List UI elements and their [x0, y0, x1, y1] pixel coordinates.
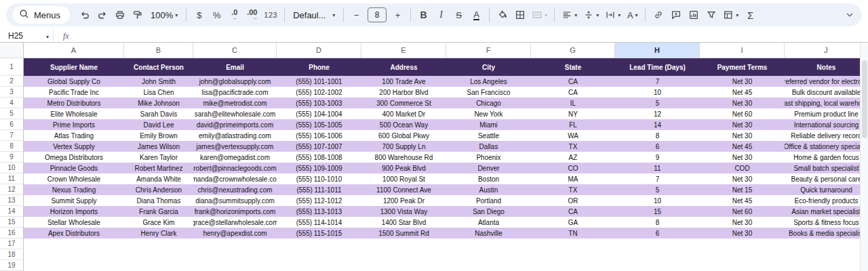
cell-F[interactable]: Los Angeles: [446, 76, 531, 87]
cell-A[interactable]: Prime Imports: [24, 119, 124, 130]
decrease-font-size-button[interactable]: −: [348, 6, 365, 24]
bold-button[interactable]: B: [415, 6, 432, 24]
empty-cells-area[interactable]: [24, 260, 868, 271]
cell-F[interactable]: San Diego: [446, 206, 531, 217]
cell-F[interactable]: Atlanta: [446, 217, 531, 228]
cell-B[interactable]: Karen Taylor: [124, 152, 193, 163]
cell-I[interactable]: Net 30: [700, 152, 785, 163]
cell-F[interactable]: Portland: [446, 195, 531, 206]
cell-F[interactable]: Denver: [446, 163, 531, 173]
column-header-J[interactable]: J: [785, 43, 868, 58]
cell-F[interactable]: Miami: [446, 119, 531, 130]
table-views-button[interactable]: ▾: [720, 6, 741, 24]
row-header-15[interactable]: 15: [0, 217, 24, 228]
cell-J[interactable]: Sports & fitness focus: [785, 217, 868, 228]
cell-H[interactable]: Lead Time (Days): [615, 58, 700, 76]
cell-I[interactable]: Net 30: [700, 98, 785, 108]
cell-D[interactable]: Phone: [277, 58, 361, 76]
column-header-E[interactable]: E: [361, 43, 446, 58]
text-wrap-button[interactable]: ▾: [602, 6, 623, 24]
cell-A[interactable]: Omega Distributors: [24, 152, 124, 163]
cell-D[interactable]: (555) 107-1007: [277, 141, 361, 152]
cell-I[interactable]: Net 45: [700, 195, 785, 206]
cell-A[interactable]: Stellar Wholesale: [24, 217, 124, 228]
cell-H[interactable]: 14: [615, 119, 700, 130]
cell-reference-box[interactable]: H25 ▾: [0, 31, 53, 41]
cell-H[interactable]: 5: [615, 184, 700, 195]
cell-C[interactable]: james@vertexsupply.com: [193, 141, 277, 152]
empty-cells-area[interactable]: [24, 249, 868, 260]
cell-D[interactable]: (555) 102-1002: [277, 87, 361, 98]
cell-F[interactable]: Boston: [446, 173, 531, 184]
cell-E[interactable]: 600 Global Pkwy: [361, 130, 446, 141]
cell-C[interactable]: lisa@pacifictrade.com: [193, 87, 277, 98]
cell-J[interactable]: Asian market specialist: [785, 206, 868, 217]
column-header-A[interactable]: A: [24, 43, 124, 58]
functions-button[interactable]: Σ: [742, 6, 759, 24]
cell-I[interactable]: Net 30: [700, 76, 785, 87]
cell-C[interactable]: sarah@elitewholesale.com: [193, 108, 277, 119]
font-selector[interactable]: Defaul... ▾: [289, 6, 339, 24]
cell-H[interactable]: 5: [615, 98, 700, 108]
cell-D[interactable]: (555) 111-1011: [277, 184, 361, 195]
row-header-9[interactable]: 9: [0, 152, 24, 163]
row-header-2[interactable]: 2: [0, 76, 24, 87]
cell-G[interactable]: CA: [531, 76, 615, 87]
cell-I[interactable]: Net 45: [700, 141, 785, 152]
cell-A[interactable]: Nexus Trading: [24, 184, 124, 195]
cell-H[interactable]: 12: [615, 108, 700, 119]
fill-color-button[interactable]: [494, 6, 511, 24]
decrease-decimal-button[interactable]: .0←: [226, 6, 243, 24]
menus-button[interactable]: Menus: [13, 6, 70, 24]
column-header-H[interactable]: H: [615, 43, 700, 58]
cell-E[interactable]: Address: [361, 58, 446, 76]
cell-B[interactable]: James Wilson: [124, 141, 193, 152]
cell-A[interactable]: Global Supply Co: [24, 76, 124, 87]
cell-E[interactable]: 1400 Star Blvd: [361, 217, 446, 228]
cell-D[interactable]: (555) 108-1008: [277, 152, 361, 163]
increase-font-size-button[interactable]: +: [389, 6, 406, 24]
cell-A[interactable]: Summit Supply: [24, 195, 124, 206]
cell-A[interactable]: Atlas Trading: [24, 130, 124, 141]
cell-A[interactable]: Supplier Name: [24, 58, 124, 76]
cell-D[interactable]: (555) 105-1005: [277, 119, 361, 130]
cell-J[interactable]: Premium product line: [785, 108, 868, 119]
cell-F[interactable]: Nashville: [446, 228, 531, 238]
cell-H[interactable]: 10: [615, 195, 700, 206]
cell-J[interactable]: Reliable delivery record: [785, 130, 868, 141]
cell-I[interactable]: Net 60: [700, 108, 785, 119]
cell-G[interactable]: TN: [531, 228, 615, 238]
cell-J[interactable]: International sourcing: [785, 119, 868, 130]
cell-I[interactable]: Net 30: [700, 228, 785, 238]
cell-B[interactable]: Mike Johnson: [124, 98, 193, 108]
row-header-12[interactable]: 12: [0, 184, 24, 195]
undo-button[interactable]: [76, 6, 93, 24]
row-header-1[interactable]: 1: [0, 58, 24, 76]
text-rotation-button[interactable]: A ▾: [624, 6, 641, 24]
vertical-align-button[interactable]: ▾: [580, 6, 601, 24]
cell-E[interactable]: 500 Ocean Way: [361, 119, 446, 130]
row-header-14[interactable]: 14: [0, 206, 24, 217]
merge-cells-button[interactable]: ▾: [529, 6, 550, 24]
cell-A[interactable]: Horizon Imports: [24, 206, 124, 217]
column-header-B[interactable]: B: [124, 43, 193, 58]
cell-J[interactable]: Eco-friendly products: [785, 195, 868, 206]
print-button[interactable]: [111, 6, 128, 24]
cell-F[interactable]: Dallas: [446, 141, 531, 152]
cell-B[interactable]: Diana Thomas: [124, 195, 193, 206]
cell-E[interactable]: 1200 Peak Dr: [361, 195, 446, 206]
insert-chart-button[interactable]: [685, 6, 702, 24]
cell-J[interactable]: Small batch specialist: [785, 163, 868, 173]
cell-G[interactable]: GA: [531, 217, 615, 228]
italic-button[interactable]: I: [433, 6, 450, 24]
cell-F[interactable]: Austin: [446, 184, 531, 195]
cell-I[interactable]: Payment Terms: [700, 58, 785, 76]
cell-B[interactable]: Lisa Chen: [124, 87, 193, 98]
text-color-button[interactable]: A: [468, 6, 485, 24]
cell-E[interactable]: 400 Market Dr: [361, 108, 446, 119]
increase-decimal-button[interactable]: .00→: [243, 6, 260, 24]
cell-E[interactable]: 100 Trade Ave: [361, 76, 446, 87]
cell-A[interactable]: Metro Distributors: [24, 98, 124, 108]
strikethrough-button[interactable]: S: [450, 6, 467, 24]
insert-link-button[interactable]: [650, 6, 667, 24]
